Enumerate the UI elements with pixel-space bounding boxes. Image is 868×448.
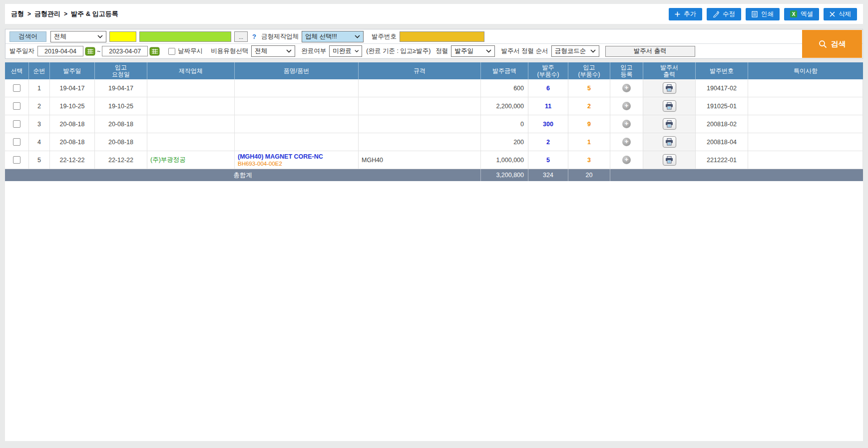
orders-table: 선택순번발주일입고요청일제작업체품명/품번규격발주금액발주(부품수)입고(부품수… <box>5 62 863 181</box>
printer-icon <box>665 84 673 92</box>
printer-icon <box>665 102 673 110</box>
col-header-amount: 발주금액 <box>481 62 528 79</box>
toolbar: 추가 수정 인쇄 X 엑셀 삭제 <box>669 8 857 20</box>
x-icon <box>830 11 835 17</box>
receive-register-button[interactable]: + <box>622 156 631 164</box>
print-row-button[interactable] <box>663 82 676 94</box>
calendar-icon[interactable] <box>149 46 160 56</box>
print-row-button[interactable] <box>663 118 676 130</box>
keyword-input-yellow[interactable] <box>109 31 136 42</box>
due-date-cell: 19-04-17 <box>95 79 147 97</box>
row-number-cell: 1 <box>29 79 50 97</box>
breadcrumb-separator: > <box>64 10 67 17</box>
breadcrumb: 금형 > 금형관리 > 발주 & 입고등록 <box>11 9 118 18</box>
due-date-cell: 20-08-18 <box>95 133 147 151</box>
print-row-button[interactable] <box>663 100 676 112</box>
search-type-value: 전체 <box>54 32 66 41</box>
complete-label: 완료여부 <box>301 47 326 55</box>
order-sort-label: 발주서 정렬 순서 <box>501 47 548 55</box>
print-order-cell <box>643 97 696 115</box>
table-header-row: 선택순번발주일입고요청일제작업체품명/품번규격발주금액발주(부품수)입고(부품수… <box>5 62 863 79</box>
receive-register-cell: + <box>610 79 643 97</box>
receive-register-button[interactable]: + <box>622 84 631 92</box>
maker-label: 금형제작업체 <box>261 32 299 41</box>
spec-cell <box>359 79 481 97</box>
calendar-icon[interactable] <box>85 46 95 56</box>
row-select-cell <box>5 115 29 133</box>
print-order-cell <box>643 79 696 97</box>
delete-button-label: 삭제 <box>839 10 851 18</box>
print-button[interactable]: 인쇄 <box>746 8 780 20</box>
ignore-date-label: 날짜무시 <box>178 47 203 55</box>
search-type-select[interactable]: 전체 <box>50 31 106 42</box>
date-from-input[interactable]: 2019-04-04 <box>37 46 83 56</box>
row-checkbox[interactable] <box>13 138 20 146</box>
col-header-print: 발주서출력 <box>643 62 696 79</box>
excel-button-label: 엑셀 <box>801 10 813 18</box>
table-row: 320-08-1820-08-1803009+200818-02 <box>5 115 863 133</box>
item-cell: (MGH40) MAGNET CORE-NCBH693-004-00E2 <box>235 151 359 169</box>
ignore-date-checkbox[interactable] <box>168 48 175 55</box>
row-checkbox[interactable] <box>13 102 20 110</box>
note-cell <box>748 115 863 133</box>
table-row: 119-04-1719-04-1760065+190417-02 <box>5 79 863 97</box>
filter-panel: 검색어 전체 ... ? 금형제작업체 업체 선택!!! 발주번호 발주일자 2… <box>5 29 863 59</box>
print-row-button[interactable] <box>663 154 676 166</box>
item-cell <box>235 115 359 133</box>
cost-type-value: 전체 <box>255 47 267 55</box>
print-order-cell <box>643 115 696 133</box>
maker-cell <box>147 115 235 133</box>
item-cell <box>235 79 359 97</box>
col-header-in_qty: 입고(부품수) <box>568 62 610 79</box>
order-no-input[interactable] <box>400 31 484 42</box>
summary-filler <box>610 169 863 181</box>
note-cell <box>748 79 863 97</box>
date-to-input[interactable]: 2023-04-07 <box>102 46 148 56</box>
order-qty-cell: 5 <box>528 151 568 169</box>
col-header-order_qty: 발주(부품수) <box>528 62 568 79</box>
breadcrumb-item[interactable]: 금형 <box>11 9 24 18</box>
search-button[interactable]: 검색 <box>802 30 862 58</box>
order-date-cell: 19-10-25 <box>50 97 95 115</box>
sort-select[interactable]: 발주일 <box>451 45 495 57</box>
spec-cell <box>359 133 481 151</box>
keyword-input-green[interactable] <box>139 31 231 42</box>
edit-button-label: 수정 <box>723 10 735 18</box>
complete-select[interactable]: 미완료 <box>329 45 362 57</box>
receive-register-button[interactable]: + <box>622 102 631 110</box>
cost-type-select[interactable]: 전체 <box>251 45 295 57</box>
col-header-order_date: 발주일 <box>50 62 95 79</box>
amount-cell: 1,000,000 <box>481 151 528 169</box>
receive-register-cell: + <box>610 97 643 115</box>
amount-cell: 200 <box>481 133 528 151</box>
add-button[interactable]: 추가 <box>669 8 702 20</box>
more-button[interactable]: ... <box>234 31 248 42</box>
receive-register-button[interactable]: + <box>622 138 631 146</box>
receive-register-button[interactable]: + <box>622 120 631 128</box>
print-row-button[interactable] <box>663 136 676 148</box>
col-header-item: 품명/품번 <box>235 62 359 79</box>
print-order-list-button[interactable]: 발주서 출력 <box>605 46 695 57</box>
receive-register-cell: + <box>610 151 643 169</box>
print-order-cell <box>643 151 696 169</box>
printer-icon <box>665 120 673 128</box>
order-sort-select[interactable]: 금형코드순 <box>551 45 599 57</box>
row-checkbox[interactable] <box>13 84 20 92</box>
dropdown-chevron-icon <box>97 35 103 38</box>
edit-button[interactable]: 수정 <box>707 8 741 20</box>
col-header-register: 입고등록 <box>610 62 643 79</box>
item-name: (MGH40) MAGNET CORE-NC <box>238 153 323 160</box>
row-checkbox[interactable] <box>13 156 20 164</box>
item-cell <box>235 133 359 151</box>
excel-icon: X <box>790 10 797 17</box>
row-checkbox[interactable] <box>13 120 20 128</box>
dropdown-chevron-icon <box>486 49 491 53</box>
printer-icon <box>665 156 673 164</box>
breadcrumb-item[interactable]: 금형관리 <box>34 9 60 18</box>
due-date-cell: 20-08-18 <box>95 115 147 133</box>
excel-button[interactable]: X 엑셀 <box>784 8 819 20</box>
maker-select[interactable]: 업체 선택!!! <box>302 31 364 42</box>
help-icon[interactable]: ? <box>252 33 256 40</box>
delete-button[interactable]: 삭제 <box>824 8 857 20</box>
document-icon <box>752 11 758 17</box>
